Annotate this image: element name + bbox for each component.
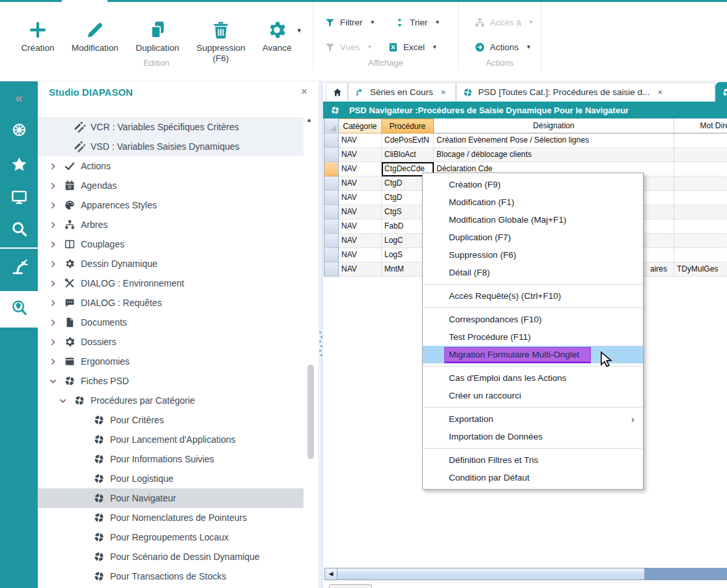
- menu-item-cr-er-un-raccourci[interactable]: Créer un raccourci: [423, 387, 643, 404]
- column-header-des[interactable]: Désignation: [434, 119, 674, 133]
- tree-item[interactable]: Dossiers: [38, 332, 304, 352]
- cell-categorie[interactable]: NAV: [339, 248, 382, 262]
- cell-categorie[interactable]: NAV: [339, 262, 382, 277]
- tree-item[interactable]: VSD : Variables Saisies Dynamiques: [38, 137, 304, 156]
- cell-mot-directeur[interactable]: [674, 162, 727, 176]
- close-icon[interactable]: ×: [657, 87, 663, 97]
- cell-designation[interactable]: Création Evènement Pose / Sélection lign…: [434, 133, 674, 148]
- menu-item-correspondances-f10-[interactable]: Correspondances (F10): [423, 311, 643, 328]
- tree-item[interactable]: Pour Regroupements Locaux: [38, 527, 304, 547]
- chevron-collapsed-icon[interactable]: [49, 201, 57, 210]
- scrollbar-track[interactable]: [645, 568, 726, 580]
- menu-item-modification-globale-maj-f1-[interactable]: Modification Globale (Maj+F1): [423, 211, 643, 229]
- close-icon[interactable]: ×: [301, 85, 307, 98]
- chevron-collapsed-icon[interactable]: [49, 162, 57, 171]
- star-icon[interactable]: [0, 156, 38, 176]
- menu-item-modification-f1-[interactable]: Modification (F1): [423, 193, 643, 211]
- tree-item[interactable]: Pour Informations Suivies: [38, 449, 304, 469]
- row-selector[interactable]: [324, 148, 339, 162]
- row-selector[interactable]: [324, 191, 339, 205]
- chevron-collapsed-icon[interactable]: [49, 240, 57, 249]
- panel-splitter[interactable]: [318, 81, 323, 588]
- column-header-cat[interactable]: Catégorie: [339, 119, 382, 133]
- search-icon[interactable]: [0, 220, 38, 240]
- row-selector[interactable]: [324, 248, 339, 262]
- tree-item[interactable]: DIALOG : Requêtes: [38, 293, 304, 313]
- cell-categorie[interactable]: NAV: [339, 148, 382, 162]
- cell-mot-directeur[interactable]: TDyMulGes: [674, 262, 727, 277]
- cell-mot-directeur[interactable]: [674, 133, 727, 148]
- tree-item[interactable]: Fiches PSD: [38, 371, 304, 391]
- chevron-collapsed-icon[interactable]: [49, 338, 57, 346]
- column-header-mot[interactable]: Mot Directeur: [674, 119, 727, 133]
- tree-item[interactable]: Ergonomies: [38, 352, 304, 371]
- cell-categorie[interactable]: NAV: [339, 191, 382, 205]
- tab-partial[interactable]: [715, 82, 727, 102]
- cell-mot-directeur[interactable]: [674, 248, 727, 262]
- select-all-corner[interactable]: [324, 119, 339, 133]
- tree-item[interactable]: Procédures par Catégorie: [38, 391, 304, 410]
- menu-item-cas-d-emploi-dans-les-actions[interactable]: Cas d'Emploi dans les Actions: [423, 369, 643, 387]
- row-selector[interactable]: [324, 205, 339, 219]
- wheel-icon[interactable]: [0, 121, 38, 141]
- cell-mot-directeur[interactable]: [674, 148, 727, 162]
- tree-item[interactable]: Pour Transactions de Stocks: [38, 567, 304, 586]
- cell-categorie[interactable]: NAV: [339, 219, 382, 234]
- tree-item[interactable]: Couplages: [38, 234, 304, 254]
- tree-item[interactable]: Actions: [38, 156, 304, 176]
- chevron-collapsed-icon[interactable]: [49, 260, 57, 268]
- menu-item-condition-par-d-faut[interactable]: Condition par Défaut: [423, 469, 643, 486]
- chevron-collapsed-icon[interactable]: [49, 357, 57, 366]
- tree-item[interactable]: Pour Navigateur: [38, 488, 304, 508]
- trier-button[interactable]: Trier ▼: [394, 15, 440, 29]
- cell-procedure[interactable]: CliBloAct: [382, 148, 434, 162]
- cell-mot-directeur[interactable]: [674, 176, 727, 191]
- close-icon[interactable]: ×: [441, 87, 446, 97]
- tree-item[interactable]: Pour Nomenclatures de Pointeurs: [38, 508, 304, 527]
- menu-item-exportation[interactable]: Exportation›: [423, 410, 643, 428]
- cell-designation[interactable]: Blocage / déblocage clients: [434, 148, 674, 162]
- table-row[interactable]: NAVCdePosEvtNCréation Evènement Pose / S…: [324, 133, 727, 148]
- tree-item[interactable]: Arbres: [38, 215, 304, 234]
- tab-home[interactable]: [326, 82, 348, 102]
- chevron-collapsed-icon[interactable]: [49, 299, 57, 307]
- tree-scrollbar-thumb[interactable]: [307, 365, 314, 459]
- cell-mot-directeur[interactable]: [674, 191, 727, 205]
- menu-item-acc-s-requ-te-s-ctrl-f10-[interactable]: Accès Requête(s) (Ctrl+F10): [423, 287, 643, 305]
- column-header-proc[interactable]: Procédure: [382, 119, 434, 133]
- row-selector[interactable]: [324, 162, 339, 176]
- cell-mot-directeur[interactable]: [674, 205, 727, 219]
- chevron-down-icon[interactable]: ▼: [296, 27, 302, 34]
- scroll-up-icon[interactable]: ▲: [306, 117, 312, 123]
- scroll-left-icon[interactable]: ◀: [325, 568, 337, 580]
- tab-s-ries-en-cours[interactable]: Séries en Cours×: [348, 82, 456, 102]
- tree-item[interactable]: Documents: [38, 313, 304, 332]
- chevron-collapsed-icon[interactable]: [49, 221, 57, 229]
- cell-categorie[interactable]: NAV: [339, 176, 382, 191]
- tab-psd-toutes-cat-proc-dure[interactable]: PSD [Toutes Cat.]: Procédures de saisie …: [456, 82, 715, 102]
- row-selector[interactable]: [324, 262, 339, 277]
- tree-item[interactable]: VCR : Variables Spécifiques Critères: [38, 117, 304, 137]
- chevron-collapsed-icon[interactable]: [49, 279, 57, 288]
- tree-item[interactable]: Pour Critères: [38, 410, 304, 430]
- tree-item[interactable]: Pour Scénario de Dessin Dynamique: [38, 547, 304, 567]
- robot-arm-icon[interactable]: [0, 258, 38, 278]
- menu-item-suppression-f6-[interactable]: Suppression (F6): [423, 246, 643, 264]
- monitor-icon[interactable]: [0, 188, 38, 208]
- cell-categorie[interactable]: NAV: [339, 234, 382, 248]
- tree-item[interactable]: Agendas: [38, 176, 304, 195]
- menu-item-cr-ation-f9-[interactable]: Création (F9): [423, 176, 643, 193]
- tree-item[interactable]: DIALOG : Environnement: [38, 273, 304, 293]
- row-selector[interactable]: [324, 133, 339, 148]
- chevron-collapsed-icon[interactable]: [49, 182, 57, 190]
- row-selector[interactable]: [324, 219, 339, 234]
- row-selector[interactable]: [324, 176, 339, 191]
- filtrer-button[interactable]: Filtrer ▼: [324, 15, 375, 29]
- menu-item-d-tail-f8-[interactable]: Détail (F8): [423, 264, 643, 281]
- chevron-expanded-icon[interactable]: [49, 377, 57, 385]
- horizontal-scrollbar[interactable]: ◀: [324, 568, 727, 580]
- actions-button[interactable]: Actions ▼: [474, 40, 532, 54]
- menu-item-test-proc-dure-f11-[interactable]: Test Procédure (F11): [423, 328, 643, 346]
- cell-categorie[interactable]: NAV: [339, 205, 382, 219]
- bottom-partial-button[interactable]: [329, 584, 372, 588]
